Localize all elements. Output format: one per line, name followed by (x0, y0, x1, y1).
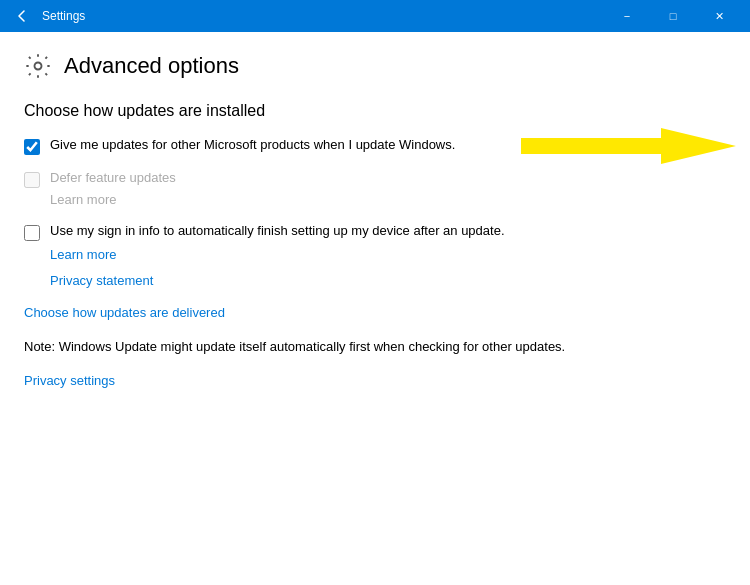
checkbox3-row: Use my sign in info to automatically fin… (24, 222, 726, 263)
window-title: Settings (42, 9, 604, 23)
svg-point-0 (35, 63, 42, 70)
page-header: Advanced options (24, 52, 726, 80)
checkbox2-label: Defer feature updates (50, 169, 176, 187)
close-button[interactable]: ✕ (696, 0, 742, 32)
choose-delivery-link[interactable]: Choose how updates are delivered (24, 305, 225, 320)
defer-learn-section: Learn more (50, 190, 726, 208)
privacy-statement-section: Privacy statement (50, 271, 726, 289)
maximize-button[interactable]: □ (650, 0, 696, 32)
back-button[interactable] (8, 2, 36, 30)
privacy-statement-link[interactable]: Privacy statement (50, 273, 153, 288)
privacy-settings-section: Privacy settings (24, 371, 726, 389)
checkbox3-input[interactable] (24, 225, 40, 241)
defer-learn-more: Learn more (50, 192, 116, 207)
content-area: Advanced options Choose how updates are … (0, 32, 750, 585)
privacy-settings-link[interactable]: Privacy settings (24, 373, 115, 388)
window-controls: − □ ✕ (604, 0, 742, 32)
section-title: Choose how updates are installed (24, 102, 726, 120)
checkbox2-input (24, 172, 40, 188)
minimize-button[interactable]: − (604, 0, 650, 32)
checkbox1-input[interactable] (24, 139, 40, 155)
deliver-section: Choose how updates are delivered (24, 303, 726, 321)
note-text: Note: Windows Update might update itself… (24, 337, 726, 357)
arrow-annotation (521, 128, 736, 164)
titlebar: Settings − □ ✕ (0, 0, 750, 32)
page-title: Advanced options (64, 53, 239, 79)
learn-more-link[interactable]: Learn more (50, 247, 116, 262)
svg-marker-1 (521, 128, 736, 164)
checkbox1-label[interactable]: Give me updates for other Microsoft prod… (50, 136, 455, 154)
gear-icon (24, 52, 52, 80)
checkbox2-row: Defer feature updates (24, 169, 726, 188)
checkbox3-label[interactable]: Use my sign in info to automatically fin… (50, 222, 505, 240)
